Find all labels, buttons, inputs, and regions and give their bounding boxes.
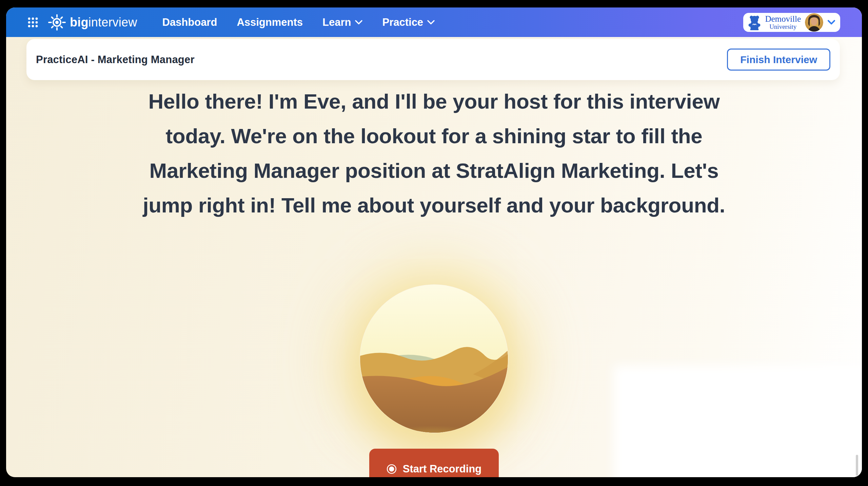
sun-logo-icon	[48, 14, 66, 31]
scrollbar-thumb[interactable]	[856, 455, 858, 476]
nav-links: Dashboard Assignments Learn Practice	[162, 16, 435, 29]
nav-item-label: Assignments	[237, 16, 303, 29]
greeting-line: today. We're on the lookout for a shinin…	[98, 119, 770, 153]
interviewer-greeting: Hello there! I'm Eve, and I'll be your h…	[98, 84, 770, 223]
record-icon	[387, 464, 397, 474]
app-window: biginterview Dashboard Assignments Learn…	[6, 7, 862, 477]
chevron-down-icon	[827, 20, 835, 25]
top-navbar: biginterview Dashboard Assignments Learn…	[6, 7, 862, 37]
chevron-down-icon	[427, 20, 435, 25]
app-launcher-grid-icon[interactable]	[28, 17, 38, 27]
org-name: Demoville University	[765, 15, 801, 30]
biginterview-logo[interactable]: biginterview	[48, 14, 137, 31]
account-menu[interactable]: Demoville University	[743, 13, 840, 32]
record-button-label: Start Recording	[403, 463, 482, 475]
ai-voice-orb	[360, 284, 508, 433]
nav-item-label: Learn	[322, 16, 351, 29]
logo-wordmark: biginterview	[70, 15, 137, 30]
nav-item-label: Dashboard	[162, 16, 217, 29]
avatar[interactable]	[805, 13, 823, 32]
nav-item-dashboard[interactable]: Dashboard	[162, 16, 217, 29]
interview-header-card: PracticeAI - Marketing Manager Finish In…	[26, 39, 840, 80]
bear-icon	[748, 15, 761, 30]
greeting-line: jump right in! Tell me about yourself an…	[98, 188, 770, 223]
nav-item-label: Practice	[382, 16, 423, 29]
greeting-line: Hello there! I'm Eve, and I'll be your h…	[98, 84, 770, 119]
finish-interview-button[interactable]: Finish Interview	[727, 49, 830, 71]
nav-item-learn[interactable]: Learn	[322, 16, 362, 29]
nav-item-assignments[interactable]: Assignments	[237, 16, 303, 29]
chevron-down-icon	[355, 20, 362, 25]
greeting-line: Marketing Manager position at StratAlign…	[98, 153, 770, 188]
background-white-patch	[614, 366, 862, 477]
nav-item-practice[interactable]: Practice	[382, 16, 435, 29]
page-title: PracticeAI - Marketing Manager	[36, 54, 195, 66]
start-recording-button[interactable]: Start Recording	[369, 449, 499, 477]
